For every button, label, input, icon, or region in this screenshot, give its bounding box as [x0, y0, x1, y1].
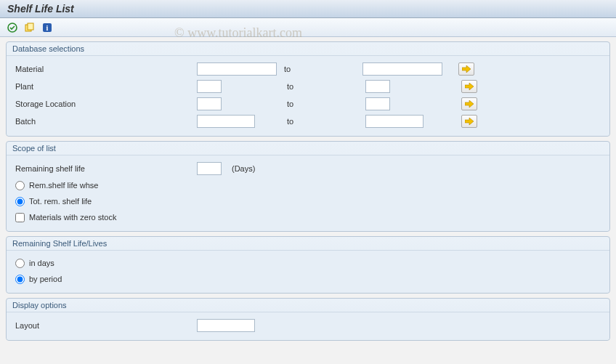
row-batch: Batch to — [12, 113, 604, 130]
info-button[interactable]: i — [41, 21, 54, 34]
checkbox-materials-zero-stock[interactable] — [15, 213, 25, 222]
arrow-right-icon — [465, 100, 474, 108]
arrow-right-icon — [465, 83, 474, 90]
to-label: to — [283, 117, 362, 126]
radio-rem-shelf-life-whse[interactable] — [15, 181, 25, 190]
label-layout: Layout — [12, 321, 194, 330]
row-remaining-shelf-life: Remaining shelf life (Days) — [12, 160, 604, 177]
execute-icon — [7, 23, 17, 33]
group-display-options: Display options Layout — [6, 298, 610, 341]
label-rem-shelf-life-whse: Rem.shelf life whse — [29, 181, 98, 190]
group-scope-of-list: Scope of list Remaining shelf life (Days… — [6, 141, 610, 232]
label-plant: Plant — [12, 82, 194, 91]
variant-icon — [25, 23, 35, 33]
radio-row-by-period: by period — [12, 271, 604, 287]
label-materials-zero-stock: Materials with zero stock — [29, 213, 116, 222]
storloc-to-input[interactable] — [365, 97, 390, 110]
group-title: Remaining Shelf Life/Lives — [7, 237, 609, 251]
group-database-selections: Database selections Material to Plant to — [6, 41, 610, 137]
arrow-right-icon — [465, 118, 474, 125]
arrow-right-icon — [462, 65, 471, 73]
row-material: Material to — [12, 60, 604, 78]
batch-to-input[interactable] — [365, 115, 423, 128]
to-label: to — [280, 65, 360, 73]
remaining-shelf-life-input[interactable] — [197, 162, 222, 175]
toolbar: i — [0, 18, 616, 37]
group-title: Display options — [7, 299, 609, 312]
batch-multi-select-button[interactable] — [461, 115, 477, 128]
plant-from-input[interactable] — [197, 80, 222, 93]
execute-button[interactable] — [6, 21, 19, 34]
radio-row-tot: Tot. rem. shelf life — [12, 193, 604, 209]
group-remaining-shelf-life-lives: Remaining Shelf Life/Lives in days by pe… — [6, 236, 610, 294]
label-by-period: by period — [29, 275, 62, 283]
info-icon: i — [42, 23, 52, 33]
radio-row-rem-whse: Rem.shelf life whse — [12, 177, 604, 193]
label-batch: Batch — [12, 117, 194, 126]
group-title: Database selections — [7, 42, 609, 56]
layout-input[interactable] — [197, 319, 255, 332]
material-from-input[interactable] — [197, 62, 277, 76]
label-in-days: in days — [29, 259, 54, 267]
plant-multi-select-button[interactable] — [461, 80, 477, 93]
page-title: Shelf Life List — [0, 0, 616, 18]
label-remaining-shelf-life: Remaining shelf life — [12, 164, 194, 173]
storloc-from-input[interactable] — [197, 97, 222, 110]
radio-row-in-days: in days — [12, 255, 604, 271]
radio-tot-rem-shelf-life[interactable] — [15, 197, 25, 206]
batch-from-input[interactable] — [197, 115, 255, 128]
label-tot-rem-shelf-life: Tot. rem. shelf life — [29, 197, 92, 206]
svg-rect-2 — [28, 23, 33, 30]
row-storage-location: Storage Location to — [12, 95, 604, 113]
plant-to-input[interactable] — [365, 80, 390, 93]
row-plant: Plant to — [12, 78, 604, 95]
to-label: to — [283, 100, 362, 108]
svg-text:i: i — [46, 24, 49, 32]
material-to-input[interactable] — [362, 62, 442, 76]
label-storage-location: Storage Location — [12, 100, 194, 108]
get-variant-button[interactable] — [23, 21, 36, 34]
check-row-zero-stock: Materials with zero stock — [12, 209, 604, 225]
group-title: Scope of list — [7, 142, 609, 155]
to-label: to — [283, 82, 362, 91]
label-material: Material — [12, 65, 194, 73]
content-area: Database selections Material to Plant to — [0, 37, 616, 351]
row-layout: Layout — [12, 317, 604, 334]
radio-in-days[interactable] — [15, 259, 25, 268]
radio-by-period[interactable] — [15, 275, 25, 284]
storloc-multi-select-button[interactable] — [461, 97, 477, 110]
label-days-unit: (Days) — [224, 164, 255, 173]
material-multi-select-button[interactable] — [458, 62, 474, 76]
